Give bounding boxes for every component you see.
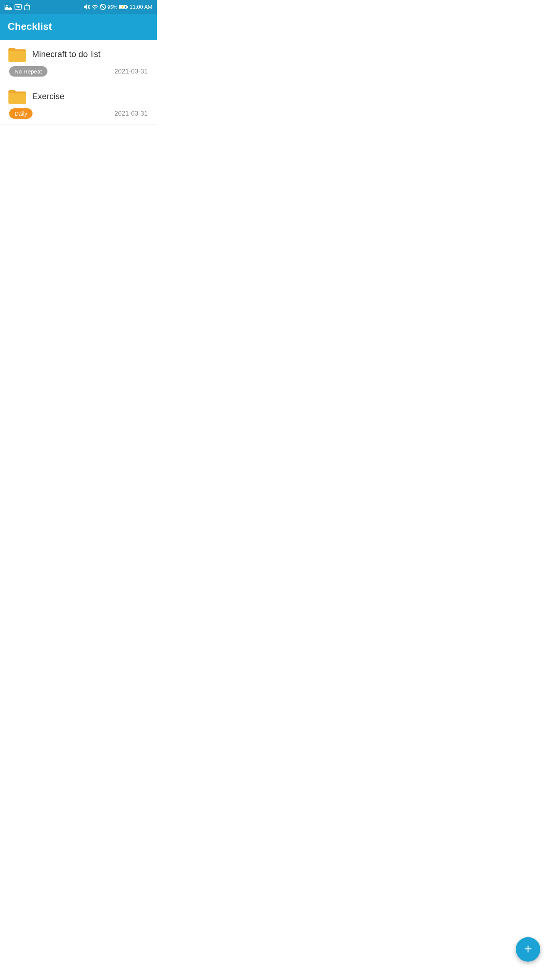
list-item[interactable]: Minecraft to do list No Repeat 2021-03-3…: [0, 40, 157, 82]
folder-icon: [8, 88, 27, 105]
page-title: Checklist: [8, 21, 149, 33]
tag-badge: No Repeat: [9, 66, 47, 77]
status-bar-left-icons: VR: [5, 3, 30, 10]
app-header: Checklist: [0, 14, 157, 40]
status-bar-right-icons: 95% ⚡ 11:00 AM: [83, 4, 152, 10]
svg-line-5: [101, 5, 105, 9]
svg-point-1: [6, 5, 8, 7]
battery-percent: 95%: [108, 4, 117, 10]
list-item[interactable]: Exercise Daily 2021-03-31: [0, 82, 157, 124]
mute-icon: [83, 4, 90, 10]
status-bar: VR 95% ⚡: [0, 0, 157, 14]
vr-icon: VR: [15, 4, 22, 10]
checklist-container: Minecraft to do list No Repeat 2021-03-3…: [0, 40, 157, 124]
item-date: 2021-03-31: [114, 110, 148, 118]
item-date: 2021-03-31: [114, 68, 148, 75]
tag-badge: Daily: [9, 108, 33, 119]
bag-icon: [24, 3, 30, 10]
item-title: Minecraft to do list: [32, 49, 101, 59]
status-time: 11:00 AM: [130, 4, 152, 10]
image-icon: [5, 4, 12, 10]
battery-icon: ⚡: [119, 5, 128, 9]
wifi-icon: [91, 4, 98, 10]
no-signal-icon: [100, 4, 106, 10]
folder-icon: [8, 46, 27, 62]
item-title: Exercise: [32, 91, 64, 101]
